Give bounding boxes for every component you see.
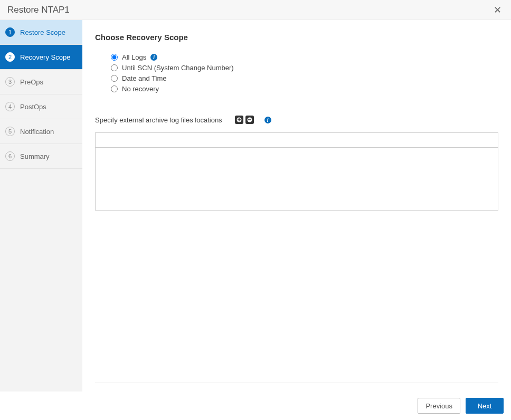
option-date-time[interactable]: Date and Time xyxy=(111,74,498,82)
remove-location-icon[interactable] xyxy=(245,116,254,124)
radio-no-recovery[interactable] xyxy=(111,85,118,92)
add-location-icon[interactable] xyxy=(235,116,243,124)
option-no-recovery[interactable]: No recovery xyxy=(111,85,498,93)
step-label: Notification xyxy=(20,128,54,136)
step-preops[interactable]: 3 PreOps xyxy=(0,70,82,94)
step-number: 3 xyxy=(5,77,15,87)
radio-label: All Logs xyxy=(122,53,146,61)
content-separator xyxy=(95,383,498,383)
archive-label-row: Specify external archive log files locat… xyxy=(95,116,498,124)
wizard-footer: Previous Next xyxy=(0,392,511,420)
content-panel: Choose Recovery Scope All Logs i Until S… xyxy=(82,20,511,392)
next-button[interactable]: Next xyxy=(466,398,504,414)
step-label: PreOps xyxy=(20,78,43,86)
archive-location-input[interactable] xyxy=(96,133,498,148)
radio-until-scn[interactable] xyxy=(111,64,118,71)
step-summary[interactable]: 6 Summary xyxy=(0,144,82,169)
step-number: 6 xyxy=(5,151,15,161)
page-heading: Choose Recovery Scope xyxy=(95,33,498,42)
radio-label: Date and Time xyxy=(122,74,167,82)
previous-button[interactable]: Previous xyxy=(418,398,460,414)
step-label: Summary xyxy=(20,152,50,160)
option-all-logs[interactable]: All Logs i xyxy=(111,53,498,61)
svg-rect-2 xyxy=(238,119,241,120)
wizard-sidebar: 1 Restore Scope 2 Recovery Scope 3 PreOp… xyxy=(0,20,82,392)
radio-label: No recovery xyxy=(122,85,159,93)
step-recovery-scope[interactable]: 2 Recovery Scope xyxy=(0,45,82,70)
step-label: Recovery Scope xyxy=(20,53,70,61)
titlebar: Restore NTAP1 ✕ xyxy=(0,0,511,20)
step-label: PostOps xyxy=(20,103,46,111)
archive-label: Specify external archive log files locat… xyxy=(95,116,222,124)
info-icon[interactable]: i xyxy=(150,54,157,61)
radio-date-time[interactable] xyxy=(111,75,118,82)
close-icon[interactable]: ✕ xyxy=(491,3,504,17)
step-restore-scope[interactable]: 1 Restore Scope xyxy=(0,20,82,45)
step-number: 4 xyxy=(5,102,15,111)
window-title: Restore NTAP1 xyxy=(7,5,70,15)
radio-all-logs[interactable] xyxy=(111,54,118,61)
step-number: 5 xyxy=(5,127,15,136)
step-number: 1 xyxy=(5,27,15,37)
step-label: Restore Scope xyxy=(20,28,65,36)
step-number: 2 xyxy=(5,52,15,62)
archive-icon-group: i xyxy=(235,116,271,124)
step-postops[interactable]: 4 PostOps xyxy=(0,94,82,119)
archive-locations-list xyxy=(95,132,498,211)
recovery-scope-options: All Logs i Until SCN (System Change Numb… xyxy=(95,53,498,96)
option-until-scn[interactable]: Until SCN (System Change Number) xyxy=(111,64,498,72)
radio-label: Until SCN (System Change Number) xyxy=(122,64,234,72)
main-area: 1 Restore Scope 2 Recovery Scope 3 PreOp… xyxy=(0,20,511,392)
step-notification[interactable]: 5 Notification xyxy=(0,119,82,144)
info-icon[interactable]: i xyxy=(264,117,271,123)
svg-rect-4 xyxy=(248,119,251,120)
